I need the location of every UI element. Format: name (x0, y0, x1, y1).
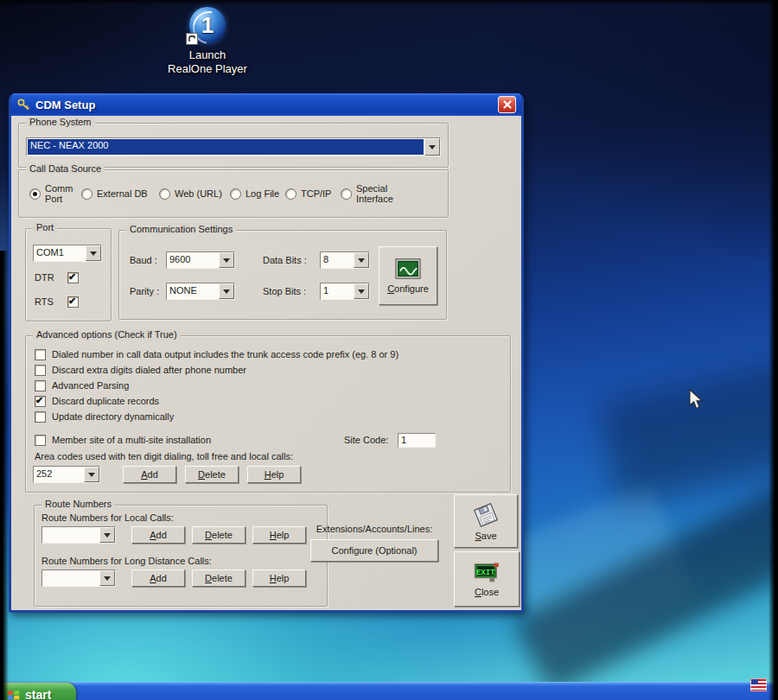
route-long-add-button[interactable]: Add (131, 570, 185, 587)
radio-icon[interactable] (159, 188, 170, 200)
shortcut-arrow-icon (186, 33, 198, 45)
radio-icon[interactable] (341, 188, 352, 200)
radio-special-interface[interactable]: Special Interface (341, 177, 401, 210)
route-long-distance-dropdown[interactable] (41, 570, 116, 587)
dropdown-arrow-icon[interactable] (99, 570, 115, 586)
data-bits-dropdown[interactable]: 8 (320, 251, 370, 269)
close-button-label: Close (475, 587, 499, 597)
route-long-delete-button[interactable]: Delete (192, 570, 246, 587)
taskbar: start (0, 682, 778, 700)
radio-external-db[interactable]: External DB (81, 177, 148, 210)
extensions-configure-button[interactable]: Configure (Optional) (310, 539, 438, 562)
dropdown-arrow-icon[interactable] (219, 252, 234, 268)
dropdown-arrow-icon[interactable] (219, 283, 234, 299)
route-local-value (42, 527, 99, 543)
area-code-help-button[interactable]: Help (247, 466, 301, 483)
area-code-dropdown[interactable]: 252 (33, 466, 100, 483)
route-long-help-button[interactable]: Help (252, 570, 306, 587)
phone-system-value: NEC - NEAX 2000 (28, 139, 424, 155)
area-code-add-button[interactable]: Add (123, 466, 176, 483)
checkbox-label: Advanced Parsing (52, 380, 129, 391)
screen-bezel (768, 0, 778, 700)
checkbox-advanced-parsing[interactable] (35, 380, 46, 391)
checkbox-member-site[interactable] (35, 435, 46, 446)
com-port-dropdown[interactable]: COM1 (33, 245, 102, 262)
call-data-source-group-label: Call Data Source (26, 163, 105, 174)
comm-configure-button[interactable]: Configure (379, 246, 437, 305)
radio-log-file[interactable]: Log File (230, 177, 279, 210)
screen-bezel (0, 251, 9, 700)
dropdown-arrow-icon[interactable] (354, 283, 369, 299)
route-local-dropdown[interactable] (41, 526, 116, 544)
shortcut-realone-player[interactable]: 1 Launch RealOne Player (151, 7, 264, 76)
baud-label: Baud : (130, 255, 157, 265)
screen-bezel (0, 0, 778, 5)
radio-icon[interactable] (230, 188, 241, 200)
route-local-label: Route Numbers for Local Calls: (41, 512, 174, 523)
radio-icon[interactable] (29, 188, 41, 200)
dropdown-arrow-icon[interactable] (86, 245, 101, 261)
rts-label: RTS (35, 296, 54, 307)
checkbox-update-directory[interactable] (35, 411, 46, 423)
checkbox-trunk-access-prefix[interactable] (35, 349, 46, 360)
save-button-label: Save (475, 531, 496, 541)
dropdown-arrow-icon[interactable] (354, 252, 369, 268)
rts-checkbox[interactable] (67, 296, 79, 308)
radio-web-url[interactable]: Web (URL) (159, 177, 222, 210)
checkbox-discard-extra-digits[interactable] (35, 365, 46, 376)
route-numbers-group-label: Route Numbers (41, 499, 115, 509)
route-long-distance-label: Route Numbers for Long Distance Calls: (41, 556, 212, 566)
area-code-delete-button[interactable]: Delete (185, 466, 239, 483)
member-site-label: Member site of a multi-site installation (52, 435, 211, 445)
phone-system-group: Phone System NEC - NEAX 2000 (18, 123, 449, 168)
radio-label: Special Interface (356, 183, 401, 204)
dropdown-arrow-icon[interactable] (84, 467, 99, 482)
close-x-icon (502, 99, 513, 110)
start-button[interactable]: start (0, 683, 76, 700)
mouse-cursor (689, 389, 704, 410)
extensions-accounts-lines-label: Extensions/Accounts/Lines: (309, 524, 440, 534)
parity-dropdown[interactable]: NONE (166, 283, 235, 300)
parity-label: Parity : (130, 286, 159, 296)
route-numbers-group: Route Numbers Route Numbers for Local Ca… (34, 505, 328, 607)
floppy-disk-icon (471, 502, 501, 528)
checkbox-label: Discard duplicate records (52, 396, 159, 406)
phone-system-dropdown[interactable]: NEC - NEAX 2000 (26, 137, 441, 156)
titlebar[interactable]: CDM Setup (11, 93, 521, 116)
window-title: CDM Setup (35, 99, 498, 111)
route-local-delete-button[interactable]: Delete (192, 526, 246, 544)
radio-label: External DB (97, 188, 148, 199)
dropdown-arrow-icon[interactable] (424, 138, 440, 156)
communication-settings-group: Communication Settings Baud : 9600 Data … (118, 230, 447, 320)
desktop-screen: 1 Launch RealOne Player CDM Setup (0, 0, 778, 700)
route-local-add-button[interactable]: Add (131, 526, 185, 544)
area-codes-label: Area codes used with ten digit dialing, … (35, 451, 293, 461)
save-button[interactable]: Save (454, 494, 518, 548)
dtr-checkbox[interactable] (67, 272, 79, 283)
dropdown-arrow-icon[interactable] (99, 527, 115, 543)
start-button-label: start (25, 688, 51, 700)
radio-tcp-ip[interactable]: TCP/IP (285, 177, 331, 210)
port-group: Port COM1 DTR RTS (25, 228, 112, 321)
radio-label: TCP/IP (301, 188, 331, 199)
dtr-label: DTR (35, 272, 54, 283)
checkbox-discard-duplicates[interactable] (35, 396, 46, 407)
call-data-source-group: Call Data Source Comm Port External DB W… (18, 169, 449, 218)
shortcut-label: Launch RealOne Player (151, 48, 264, 76)
close-window-button[interactable] (498, 96, 516, 113)
radio-comm-port[interactable]: Comm Port (29, 177, 76, 210)
radio-icon[interactable] (285, 188, 297, 200)
site-code-label: Site Code: (344, 435, 388, 445)
checkbox-label: Dialed number in call data output includ… (52, 349, 399, 360)
site-code-input[interactable]: 1 (398, 433, 436, 448)
route-local-help-button[interactable]: Help (252, 526, 306, 544)
close-button[interactable]: EXIT Close (454, 551, 520, 607)
route-long-distance-value (42, 570, 99, 586)
radio-label: Web (URL) (175, 188, 222, 199)
key-icon (16, 98, 31, 112)
parity-value: NONE (167, 283, 219, 299)
language-flag-icon[interactable] (750, 678, 767, 691)
radio-icon[interactable] (81, 188, 92, 200)
stop-bits-dropdown[interactable]: 1 (320, 283, 370, 300)
baud-dropdown[interactable]: 9600 (166, 251, 235, 269)
